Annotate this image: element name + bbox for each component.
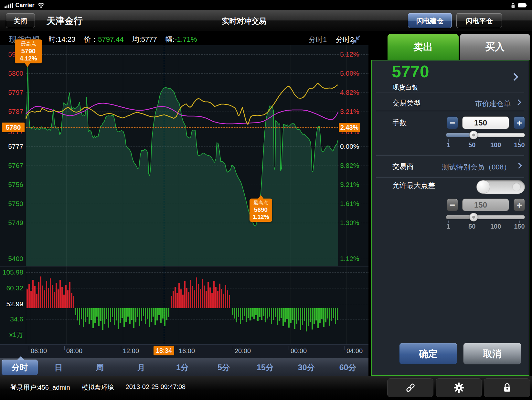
volume-grid-line xyxy=(26,272,368,273)
chevron-right-icon[interactable] xyxy=(510,73,518,81)
volume-bar xyxy=(87,308,88,317)
time-tick xyxy=(29,346,29,350)
volume-bar xyxy=(263,308,264,316)
price-axis-label-right: 3.82% xyxy=(340,162,368,169)
volume-bar xyxy=(200,289,201,308)
timeframe-tab-1分[interactable]: 1分 xyxy=(162,362,203,373)
volume-bar xyxy=(160,308,162,323)
lots-slider[interactable] xyxy=(446,133,525,137)
order-type-value[interactable]: 市价建仓单 xyxy=(475,99,511,109)
nav-bar: 关闭 天津金行 实时对冲交易 闪电建仓 闪电平仓 xyxy=(0,10,532,31)
timeframe-tab-5分[interactable]: 5分 xyxy=(203,362,245,373)
timeframe-tab-60分[interactable]: 60分 xyxy=(327,362,368,373)
link-icon xyxy=(405,382,416,393)
volume-bar xyxy=(71,293,72,308)
low-point-callout: 最高点 5690 1.12% xyxy=(250,199,272,222)
close-button[interactable]: 关闭 xyxy=(6,13,35,28)
volume-axis-label: 105.98 xyxy=(0,268,23,276)
time-tick xyxy=(177,346,177,350)
volume-bar xyxy=(223,294,224,308)
timeframe-tab-日[interactable]: 日 xyxy=(38,362,79,373)
volume-bar xyxy=(188,292,189,308)
price-axis-label-right: 5.12% xyxy=(340,50,368,58)
vertical-grid-line xyxy=(66,45,67,344)
volume-bar xyxy=(232,308,233,315)
signal-strength-icon xyxy=(5,3,13,8)
volume-bar xyxy=(253,308,255,319)
chevron-right-icon[interactable] xyxy=(516,163,522,168)
slider-knob[interactable] xyxy=(469,213,478,222)
volume-bar xyxy=(217,291,218,308)
volume-bar xyxy=(112,308,113,317)
chart-plot-area[interactable]: 最高点 5790 4.12% 最高点 5690 1.12% 59005.12%5… xyxy=(0,45,368,344)
volume-bar xyxy=(162,308,164,319)
volume-bar xyxy=(34,286,36,308)
slider-tick-label: 150 xyxy=(510,223,529,230)
timeframe-tab-周[interactable]: 周 xyxy=(79,362,121,373)
tab-sell[interactable]: 卖出 xyxy=(388,34,459,60)
timeframe-tab-30分[interactable]: 30分 xyxy=(286,362,327,373)
max-spread-toggle[interactable] xyxy=(476,180,525,194)
datetime-label: 2013-02-25 09:47:08 xyxy=(126,383,186,392)
volume-bar xyxy=(282,308,284,326)
time-label: 06:00 xyxy=(31,347,47,355)
timeframe-tab-月[interactable]: 月 xyxy=(121,362,162,373)
price-axis-label-left: 5800 xyxy=(0,70,23,77)
spread-minus-button[interactable]: − xyxy=(447,199,458,211)
lots-minus-button[interactable]: − xyxy=(447,116,458,129)
flash-open-position-button[interactable]: 闪电建仓 xyxy=(408,13,452,28)
volume-bar xyxy=(273,308,274,320)
flash-close-position-button[interactable]: 闪电平仓 xyxy=(456,13,502,28)
lots-plus-button[interactable]: + xyxy=(514,116,525,129)
lots-label: 手数 xyxy=(392,118,407,128)
price-grid-line xyxy=(26,112,368,112)
volume-bar xyxy=(275,308,276,317)
toggle-knob[interactable] xyxy=(477,180,490,193)
volume-bar xyxy=(143,308,144,316)
price-grid-line xyxy=(26,166,368,166)
vertical-grid-line xyxy=(179,45,179,344)
slider-knob[interactable] xyxy=(469,131,478,139)
volume-bar xyxy=(292,308,293,320)
timeframe-tab-15分[interactable]: 15分 xyxy=(244,362,286,373)
volume-bar xyxy=(36,294,37,308)
spread-plus-button[interactable]: + xyxy=(514,199,525,211)
time-label: 16:00 xyxy=(179,347,195,355)
spread-input[interactable] xyxy=(462,199,509,211)
volume-bar xyxy=(114,308,115,325)
volume-bar xyxy=(248,308,249,318)
collapse-chart-icon[interactable] xyxy=(352,36,361,44)
volume-bar xyxy=(168,308,169,317)
chart-price: 价：5797.44 xyxy=(84,35,124,44)
price-grid-line xyxy=(26,54,368,55)
lots-input[interactable] xyxy=(462,116,509,129)
volume-bar xyxy=(192,286,193,308)
volume-bar xyxy=(154,308,156,325)
confirm-button[interactable]: 确定 xyxy=(399,343,457,364)
minute-tab-1[interactable]: 分时1 xyxy=(309,35,327,45)
volume-bar xyxy=(133,308,134,328)
chevron-right-icon[interactable] xyxy=(515,99,521,105)
volume-bar xyxy=(116,308,117,320)
volume-axis-label: 34.6 xyxy=(0,315,23,323)
volume-bar xyxy=(42,286,43,308)
volume-bar xyxy=(129,308,131,324)
volume-axis-label: 52.99 xyxy=(0,300,23,308)
volume-bar xyxy=(28,284,30,308)
cancel-button[interactable]: 取消 xyxy=(463,343,521,364)
settings-button[interactable] xyxy=(436,378,482,397)
spread-slider[interactable] xyxy=(446,215,525,219)
link-button[interactable] xyxy=(387,378,433,397)
price-axis-label-right: 1.30% xyxy=(340,219,368,227)
timeframe-tab-分时[interactable]: 分时 xyxy=(2,360,38,375)
volume-bar xyxy=(73,296,74,308)
price-axis-label-left: 5400 xyxy=(0,255,23,263)
max-spread-label: 允许最大点差 xyxy=(392,181,435,190)
volume-bar xyxy=(250,308,251,320)
volume-bar xyxy=(296,308,297,324)
volume-bar xyxy=(135,308,136,322)
broker-value[interactable]: 测试特别会员（008） xyxy=(442,162,511,172)
lock-button[interactable] xyxy=(484,378,530,397)
tab-buy[interactable]: 买入 xyxy=(460,34,530,60)
high-point-callout: 最高点 5790 4.12% xyxy=(15,39,42,63)
